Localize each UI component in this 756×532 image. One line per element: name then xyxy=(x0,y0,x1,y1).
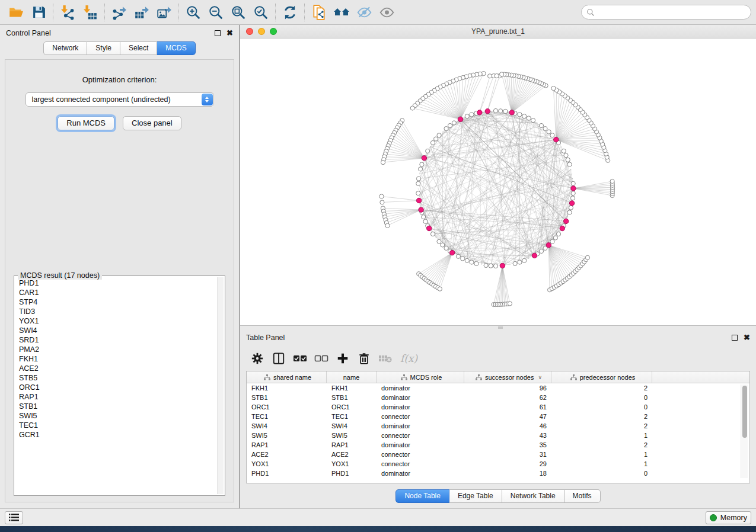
optimization-criterion-select[interactable]: largest connected component (undirected) xyxy=(25,92,214,107)
table-panel-title: Table Panel xyxy=(246,334,285,342)
table-cell: ORC1 xyxy=(327,403,377,411)
mcds-result-item[interactable]: CAR1 xyxy=(19,288,216,297)
table-row[interactable]: ACE2ACE2connector311 xyxy=(247,450,749,459)
mcds-result-item[interactable]: STB5 xyxy=(19,373,216,383)
select-stepper-icon xyxy=(202,94,213,105)
search-input[interactable] xyxy=(598,8,746,17)
table-row[interactable]: ORC1ORC1dominator610 xyxy=(247,402,749,412)
tab-network-table[interactable]: Network Table xyxy=(502,489,564,503)
mcds-result-item[interactable]: TEC1 xyxy=(19,421,216,430)
zoom-out-button[interactable] xyxy=(205,2,227,23)
table-row[interactable]: TEC1TEC1connector472 xyxy=(247,412,749,421)
column-header-name[interactable]: name xyxy=(327,371,377,383)
hide-selected-button[interactable] xyxy=(353,2,375,23)
table-panel-tabs: Node TableEdge TableNetwork TableMotifs xyxy=(395,489,600,503)
mcds-result-item[interactable]: ORC1 xyxy=(19,383,216,392)
delete-table-button[interactable] xyxy=(377,350,394,367)
result-list-scrollbar[interactable] xyxy=(217,277,224,494)
column-header-successor-nodes[interactable]: successor nodes∨ xyxy=(464,371,551,383)
network-window-title: YPA_prune.txt_1 xyxy=(240,27,756,36)
function-builder-button[interactable]: f(x) xyxy=(398,350,420,367)
refresh-view-button[interactable] xyxy=(279,2,301,23)
export-network-button[interactable] xyxy=(108,2,130,23)
import-table-button[interactable] xyxy=(79,2,101,23)
zoom-in-button[interactable] xyxy=(182,2,205,23)
table-row[interactable]: SWI4SWI4dominator462 xyxy=(247,421,749,431)
table-row[interactable]: FKH1FKH1dominator962 xyxy=(247,383,749,393)
mcds-result-item[interactable]: ACE2 xyxy=(19,364,216,373)
table-row[interactable]: YOX1YOX1connector291 xyxy=(247,459,749,469)
table-cell: 43 xyxy=(464,432,551,439)
mcds-result-item[interactable]: RAP1 xyxy=(19,392,216,402)
mcds-result-item[interactable]: SWI5 xyxy=(19,411,216,421)
network-window-titlebar[interactable]: YPA_prune.txt_1 xyxy=(240,25,756,39)
table-cell: YOX1 xyxy=(327,460,377,467)
zoom-fit-button[interactable] xyxy=(227,2,250,23)
tab-network[interactable]: Network xyxy=(43,41,87,55)
network-graph[interactable] xyxy=(240,39,755,325)
mcds-result-item[interactable]: FKH1 xyxy=(19,354,216,364)
export-network-icon xyxy=(111,5,127,20)
column-header-MCDS-role[interactable]: MCDS role xyxy=(377,371,464,383)
tab-motifs[interactable]: Motifs xyxy=(564,489,601,503)
show-columns-button[interactable] xyxy=(270,350,288,367)
column-header-predecessor-nodes[interactable]: predecessor nodes xyxy=(551,371,652,383)
open-file-button[interactable] xyxy=(5,2,27,23)
table-settings-button[interactable] xyxy=(248,350,266,367)
delete-column-button[interactable] xyxy=(355,350,373,367)
mcds-result-item[interactable]: GCR1 xyxy=(19,430,216,440)
memory-button[interactable]: Memory xyxy=(706,511,751,524)
task-history-button[interactable] xyxy=(5,511,23,524)
close-panel-button[interactable]: Close panel xyxy=(123,116,181,130)
duplicate-network-button[interactable] xyxy=(308,2,330,23)
tab-edge-table[interactable]: Edge Table xyxy=(449,489,502,503)
import-network-button[interactable] xyxy=(56,2,79,23)
control-panel-title: Control Panel xyxy=(6,29,51,37)
unchecked-boxes-icon xyxy=(314,352,328,365)
search-box[interactable] xyxy=(581,5,751,20)
close-panel-icon[interactable]: ✖ xyxy=(744,335,750,341)
table-scrollbar-thumb[interactable] xyxy=(742,386,747,438)
mcds-result-item[interactable]: SRD1 xyxy=(19,335,216,345)
tab-mcds[interactable]: MCDS xyxy=(157,41,195,55)
table-cell: dominator xyxy=(377,470,464,477)
mcds-result-item[interactable]: STP4 xyxy=(19,297,216,307)
show-all-button[interactable] xyxy=(375,2,398,23)
table-scrollbar[interactable] xyxy=(741,384,748,478)
table-cell: 1 xyxy=(551,451,652,458)
table-row[interactable]: PHD1PHD1dominator180 xyxy=(247,469,749,478)
run-mcds-button[interactable]: Run MCDS xyxy=(58,116,114,130)
import-table-icon xyxy=(82,5,98,20)
table-row[interactable]: RAP1RAP1dominator352 xyxy=(247,440,749,450)
toolbar-separator xyxy=(304,4,305,21)
zoom-selected-button[interactable] xyxy=(250,2,272,23)
close-panel-icon[interactable]: ✖ xyxy=(227,30,233,36)
tab-select[interactable]: Select xyxy=(120,41,157,55)
table-cell: FKH1 xyxy=(247,384,327,392)
select-all-columns-button[interactable] xyxy=(291,350,309,367)
zoom-out-icon xyxy=(208,5,224,20)
float-panel-icon[interactable] xyxy=(732,335,738,341)
deselect-all-columns-button[interactable] xyxy=(312,350,330,367)
mcds-result-item[interactable]: SWI4 xyxy=(19,326,216,335)
save-session-button[interactable] xyxy=(27,2,50,23)
network-canvas[interactable] xyxy=(240,39,756,325)
table-row[interactable]: STB1STB1dominator620 xyxy=(247,393,749,402)
mcds-result-item[interactable]: PMA2 xyxy=(19,345,216,354)
mcds-result-item[interactable]: YOX1 xyxy=(19,316,216,326)
create-column-button[interactable] xyxy=(334,350,352,367)
export-image-button[interactable] xyxy=(153,2,176,23)
float-panel-icon[interactable] xyxy=(215,30,221,36)
sort-indicator-icon: ∨ xyxy=(538,374,542,380)
table-cell: ACE2 xyxy=(247,451,327,458)
export-table-button[interactable] xyxy=(130,2,153,23)
column-header-shared-name[interactable]: shared name xyxy=(247,371,327,383)
mcds-result-item[interactable]: PHD1 xyxy=(19,278,216,288)
mcds-result-item[interactable]: STB1 xyxy=(19,402,216,411)
table-cell: TEC1 xyxy=(327,413,377,420)
tab-node-table[interactable]: Node Table xyxy=(395,489,449,503)
table-row[interactable]: SWI5SWI5connector431 xyxy=(247,431,749,440)
first-neighbors-button[interactable] xyxy=(330,2,353,23)
tab-style[interactable]: Style xyxy=(87,41,120,55)
mcds-result-item[interactable]: TID3 xyxy=(19,307,216,316)
